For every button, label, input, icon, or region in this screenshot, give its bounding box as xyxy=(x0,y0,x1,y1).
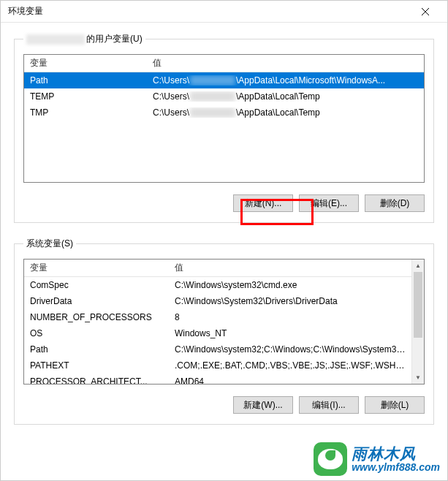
cell-value: C:\Users\\AppData\Local\Temp xyxy=(147,107,424,118)
table-row[interactable]: TMPC:\Users\\AppData\Local\Temp xyxy=(24,105,424,121)
header-variable[interactable]: 变量 xyxy=(24,57,147,69)
system-button-row: 新建(W)... 编辑(I)... 删除(L) xyxy=(23,396,425,414)
username-redacted xyxy=(190,107,235,118)
header-value[interactable]: 值 xyxy=(147,57,424,69)
cell-value: C:\Users\\AppData\Local\Temp xyxy=(147,91,424,102)
scroll-track[interactable] xyxy=(412,272,424,371)
user-button-row: 新建(N)... 编辑(E)... 删除(D) xyxy=(23,194,425,212)
system-new-button[interactable]: 新建(W)... xyxy=(233,396,293,414)
cell-value: C:\Windows\System32\Drivers\DriverData xyxy=(169,296,411,306)
user-variables-group: 的用户变量(U) 变量 值 PathC:\Users\\AppData\Loca… xyxy=(14,33,434,223)
scroll-up-icon[interactable]: ▲ xyxy=(412,260,424,272)
system-edit-button[interactable]: 编辑(I)... xyxy=(299,396,359,414)
cell-variable: PATHEXT xyxy=(24,360,169,371)
watermark: 雨林木风 www.ylmf888.com xyxy=(314,442,440,476)
cell-variable: TMP xyxy=(24,107,147,118)
user-edit-button[interactable]: 编辑(E)... xyxy=(299,194,359,212)
username-redacted xyxy=(190,75,235,86)
table-row[interactable]: ComSpecC:\Windows\system32\cmd.exe xyxy=(24,277,411,293)
cell-variable: NUMBER_OF_PROCESSORS xyxy=(24,312,169,322)
table-row[interactable]: OSWindows_NT xyxy=(24,325,411,341)
cell-variable: TEMP xyxy=(24,91,147,102)
grid-header: 变量 值 xyxy=(24,260,424,277)
table-row[interactable]: PROCESSOR_ARCHITECT...AMD64 xyxy=(24,374,411,385)
scrollbar[interactable]: ▲ ▼ xyxy=(411,260,424,384)
system-delete-button[interactable]: 删除(L) xyxy=(365,396,425,414)
cell-variable: OS xyxy=(24,328,169,338)
system-variables-group: 系统变量(S) 变量 值 ComSpecC:\Windows\system32\… xyxy=(14,238,434,425)
cell-variable: DriverData xyxy=(24,296,169,306)
table-row[interactable]: NUMBER_OF_PROCESSORS8 xyxy=(24,309,411,325)
username-redacted xyxy=(190,91,235,102)
cell-value: 8 xyxy=(169,312,411,322)
window-title: 环境变量 xyxy=(8,5,43,18)
header-variable[interactable]: 变量 xyxy=(24,262,169,274)
table-row[interactable]: PathC:\Users\\AppData\Local\Microsoft\Wi… xyxy=(24,72,424,88)
cell-value: C:\Windows\system32\cmd.exe xyxy=(169,280,411,290)
close-button[interactable] xyxy=(411,1,440,22)
header-value[interactable]: 值 xyxy=(169,262,424,274)
user-new-button[interactable]: 新建(N)... xyxy=(233,194,293,212)
grid-header: 变量 值 xyxy=(24,55,424,72)
cell-value: Windows_NT xyxy=(169,328,411,338)
cell-variable: Path xyxy=(24,75,147,86)
watermark-logo-icon xyxy=(314,442,347,476)
table-row[interactable]: TEMPC:\Users\\AppData\Local\Temp xyxy=(24,88,424,105)
cell-variable: ComSpec xyxy=(24,280,169,290)
system-variables-grid[interactable]: 变量 值 ComSpecC:\Windows\system32\cmd.exeD… xyxy=(23,259,425,385)
user-variables-grid[interactable]: 变量 值 PathC:\Users\\AppData\Local\Microso… xyxy=(23,54,425,183)
watermark-url: www.ylmf888.com xyxy=(352,462,440,473)
username-redacted xyxy=(26,34,85,45)
system-variables-legend: 系统变量(S) xyxy=(23,238,76,250)
table-row[interactable]: DriverDataC:\Windows\System32\Drivers\Dr… xyxy=(24,293,411,309)
cell-variable: Path xyxy=(24,344,169,355)
user-variables-legend: 的用户变量(U) xyxy=(23,33,145,45)
watermark-name: 雨林木风 xyxy=(352,445,440,462)
cell-value: .COM;.EXE;.BAT;.CMD;.VBS;.VBE;.JS;.JSE;.… xyxy=(169,360,411,371)
table-row[interactable]: PATHEXT.COM;.EXE;.BAT;.CMD;.VBS;.VBE;.JS… xyxy=(24,357,411,374)
cell-variable: PROCESSOR_ARCHITECT... xyxy=(24,376,169,385)
scroll-thumb[interactable] xyxy=(414,272,422,338)
table-row[interactable]: PathC:\Windows\system32;C:\Windows;C:\Wi… xyxy=(24,341,411,357)
user-delete-button[interactable]: 删除(D) xyxy=(365,194,425,212)
cell-value: C:\Windows\system32;C:\Windows;C:\Window… xyxy=(169,344,411,355)
cell-value: C:\Users\\AppData\Local\Microsoft\Window… xyxy=(147,75,424,86)
scroll-down-icon[interactable]: ▼ xyxy=(412,371,424,384)
close-icon xyxy=(422,8,429,15)
cell-value: AMD64 xyxy=(169,376,411,385)
titlebar: 环境变量 xyxy=(1,1,447,23)
